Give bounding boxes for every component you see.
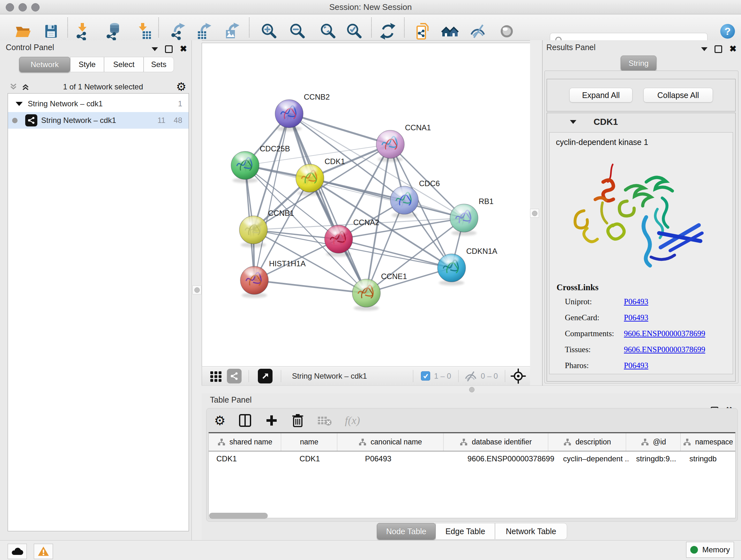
tab-string[interactable]: String	[621, 56, 657, 71]
left-splitter-handle[interactable]	[192, 286, 201, 294]
panel-float-icon[interactable]	[715, 45, 722, 53]
preview-eye-icon[interactable]	[496, 21, 517, 42]
tab-network-table[interactable]: Network Table	[495, 523, 567, 540]
table-panel: Table Panel ✖ ⚙ f(x) shared name	[202, 393, 741, 540]
new-network-from-selection-icon[interactable]	[413, 21, 434, 42]
crosslink-genecard[interactable]: P06493	[624, 313, 705, 322]
panel-close-icon[interactable]: ✖	[729, 45, 737, 53]
crosslink-pharos[interactable]: P06493	[624, 361, 705, 370]
delete-column-icon[interactable]	[291, 413, 304, 428]
node-label: CDC25B	[260, 144, 290, 153]
window-close-icon[interactable]	[6, 3, 14, 11]
network-node-CCNE1[interactable]: CCNE1	[352, 272, 407, 311]
hidden-elements-icon[interactable]	[464, 370, 478, 382]
node-label: CCNE1	[381, 272, 407, 281]
zoom-in-icon[interactable]	[259, 21, 279, 42]
tree-expander-icon[interactable]	[16, 102, 23, 106]
column-header-database-identifier[interactable]: database identifier	[444, 433, 549, 451]
home-icon[interactable]	[440, 21, 460, 42]
tab-edge-table[interactable]: Edge Table	[435, 523, 495, 540]
panel-menu-icon[interactable]	[151, 47, 158, 51]
network-share-icon[interactable]	[227, 369, 242, 383]
expand-all-button[interactable]: Expand All	[569, 88, 632, 103]
window-zoom-icon[interactable]	[31, 3, 40, 11]
zoom-fit-icon[interactable]	[318, 21, 338, 42]
hidden-counts: 0 – 0	[481, 372, 498, 381]
help-icon[interactable]: ?	[718, 21, 738, 42]
horizontal-splitter-handle[interactable]	[469, 387, 475, 392]
right-splitter-handle[interactable]	[530, 209, 539, 218]
horizontal-splitter[interactable]	[202, 385, 741, 394]
network-edge[interactable]	[310, 178, 464, 218]
column-header-canonical-name[interactable]: canonical name	[337, 433, 444, 451]
tab-style[interactable]: Style	[70, 57, 104, 72]
network-node-RB1[interactable]: RB1	[450, 197, 494, 236]
network-node-CDK1[interactable]: CDK1	[296, 157, 345, 196]
network-edge[interactable]	[254, 280, 366, 293]
expand-all-icon[interactable]	[21, 82, 30, 91]
control-panel-title: Control Panel	[6, 43, 54, 52]
tab-sets[interactable]: Sets	[144, 57, 174, 72]
table-row[interactable]: CDK1 CDK1 P06493 9606.ENSP00000378699 cy…	[209, 451, 735, 466]
import-table-file-icon[interactable]	[134, 21, 154, 42]
panel-menu-icon[interactable]	[701, 47, 708, 51]
grid-view-icon[interactable]	[208, 369, 223, 383]
birdseye-view-icon[interactable]	[258, 369, 273, 383]
network-node-CDC6[interactable]: CDC6	[390, 179, 440, 218]
cloud-status-button[interactable]	[8, 544, 27, 559]
collapse-all-button[interactable]: Collapse All	[643, 88, 713, 103]
save-session-icon[interactable]	[41, 21, 61, 42]
import-network-file-icon[interactable]	[72, 21, 93, 42]
crosslink-compartments[interactable]: 9606.ENSP00000378699	[624, 329, 705, 338]
network-edge[interactable]	[289, 114, 390, 144]
network-view[interactable]: CCNB2CCNA1CDC25BCDK1CDC6RB1CCNB1CCNA2CDK…	[202, 43, 530, 367]
panel-close-icon[interactable]: ✖	[180, 45, 187, 53]
column-header-description[interactable]: description	[548, 433, 626, 451]
create-column-icon[interactable]	[265, 414, 279, 428]
column-header-name[interactable]: name	[281, 433, 337, 451]
right-splitter[interactable]	[530, 40, 543, 385]
network-node-CCNB2[interactable]: CCNB2	[275, 92, 330, 131]
tab-node-table[interactable]: Node Table	[377, 523, 435, 540]
show-columns-icon[interactable]	[239, 414, 252, 428]
export-table-icon[interactable]	[194, 21, 214, 42]
hide-unhide-icon[interactable]	[468, 21, 488, 42]
window-minimize-icon[interactable]	[18, 3, 27, 11]
network-node-CCNA1[interactable]: CCNA1	[376, 123, 431, 162]
network-node-CDKN1A[interactable]: CDKN1A	[437, 247, 497, 286]
column-header-namespace[interactable]: namespace	[681, 433, 735, 451]
table-options-gear-icon[interactable]: ⚙	[214, 414, 226, 427]
network-options-gear-icon[interactable]: ⚙	[176, 81, 186, 92]
panel-float-icon[interactable]	[165, 45, 173, 53]
function-builder-icon-disabled: f(x)	[345, 415, 360, 427]
column-header-id[interactable]: @id	[626, 433, 681, 451]
selected-nodes-checkbox[interactable]	[421, 371, 430, 381]
export-network-icon[interactable]	[168, 21, 188, 42]
network-row-selected[interactable]: String Network – cdk1 11 48	[8, 112, 189, 129]
network-node-HIST1H1A[interactable]: HIST1H1A	[240, 259, 306, 298]
crosslink-uniprot[interactable]: P06493	[624, 297, 705, 306]
zoom-selected-icon[interactable]	[344, 21, 364, 42]
tab-select[interactable]: Select	[104, 57, 144, 72]
network-edge[interactable]	[254, 114, 289, 280]
tab-network[interactable]: Network	[19, 57, 70, 72]
toolbar-separator	[158, 17, 159, 37]
open-session-icon[interactable]	[13, 21, 33, 42]
network-canvas[interactable]: CCNB2CCNA1CDC25BCDK1CDC6RB1CCNB1CCNA2CDK…	[202, 43, 530, 367]
export-image-icon[interactable]	[222, 21, 243, 42]
cell-shared-name: CDK1	[209, 451, 277, 466]
left-splitter[interactable]	[192, 40, 202, 540]
horizontal-scrollbar-thumb[interactable]	[209, 513, 268, 519]
memory-button[interactable]: Memory	[686, 542, 734, 558]
collapse-all-icon[interactable]	[9, 82, 18, 91]
network-collection-row[interactable]: String Network – cdk1 1	[8, 96, 189, 112]
results-panel: Results Panel ✖ String Expand All Collap…	[542, 40, 741, 385]
warning-status-button[interactable]	[34, 544, 53, 559]
zoom-out-icon[interactable]	[287, 21, 308, 42]
import-network-database-icon[interactable]	[103, 21, 124, 42]
fit-selected-crosshair-icon[interactable]	[510, 368, 526, 384]
crosslink-tissues[interactable]: 9606.ENSP00000378699	[624, 345, 705, 354]
refresh-icon[interactable]	[378, 21, 398, 42]
column-header-shared-name[interactable]: shared name	[209, 433, 281, 451]
gene-section-header[interactable]: CDK1	[547, 113, 735, 131]
